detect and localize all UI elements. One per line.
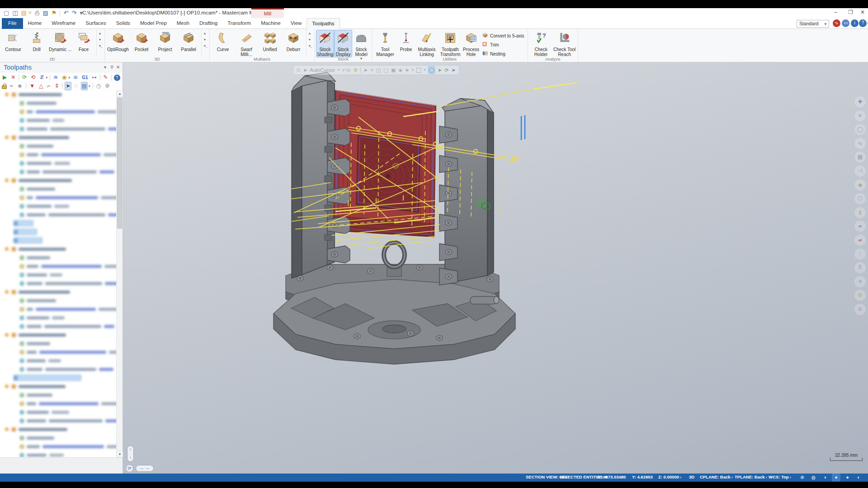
trim-button[interactable]: Trim — [482, 41, 524, 48]
select-dimensions-mask-icon[interactable]: ⊣ — [854, 165, 866, 177]
select-all-mask-icon[interactable]: ✚ — [854, 96, 866, 108]
toolbar-style-combo[interactable]: Standard ▼ — [797, 20, 829, 28]
select-surfaces-mask-icon[interactable]: ◆ — [854, 179, 866, 191]
simulator-button[interactable]: ≌ — [72, 73, 79, 82]
refresh-select-icon[interactable]: ⟳ — [445, 66, 449, 75]
toolpath-tree-row[interactable] — [0, 176, 117, 185]
backplot-button[interactable]: ≋ — [52, 73, 59, 82]
toolpath-tree-row[interactable] — [0, 142, 117, 150]
deburr-button[interactable]: Deburr — [282, 30, 305, 53]
autocursor-label[interactable]: AutoCursor — [310, 67, 335, 73]
select-all-operations-button[interactable]: ▶ — [2, 73, 8, 82]
toolpath-tree-row[interactable] — [0, 168, 117, 176]
toolpath-tree[interactable] — [0, 90, 117, 457]
chevron-down-icon[interactable]: ▾ — [46, 76, 47, 80]
toolpath-tree-row[interactable] — [0, 408, 117, 417]
pan-horizontal-gadget[interactable]: ← → — [136, 465, 154, 472]
lock-operations-button[interactable] — [2, 85, 7, 89]
selection-mode-active-icon[interactable]: ◯ — [428, 66, 435, 74]
edit-settings-button[interactable]: ⚙ — [104, 82, 111, 90]
context-tab-mill[interactable]: Mill — [251, 8, 284, 18]
tree-scrollbar[interactable]: ▲ ▼ — [116, 90, 123, 457]
save-button[interactable]: ◫ — [12, 9, 18, 17]
stock-shading-button[interactable]: Stock Shading — [316, 30, 334, 57]
select-labels-mask-icon[interactable]: ⫶ — [854, 248, 866, 260]
disable-mask-icon[interactable]: ⊘ — [854, 303, 866, 315]
select-grid-mask-icon[interactable]: ⠿ — [854, 262, 866, 274]
toolpath-tree-row[interactable] — [0, 150, 117, 159]
single-select-button[interactable]: ➤ — [65, 82, 71, 90]
toolpath-tree-row[interactable] — [0, 99, 117, 108]
toolpath-tree-row[interactable] — [0, 236, 117, 245]
shaded-display-icon[interactable]: ● — [832, 474, 840, 482]
select-bodies-mask-icon[interactable]: ▰ — [854, 234, 866, 246]
toolpath-tree-row[interactable] — [0, 382, 117, 391]
select-wireframe-mask-icon[interactable]: ▦ — [854, 151, 866, 163]
scrollbar-thumb[interactable] — [117, 98, 122, 229]
tab-view[interactable]: View — [286, 18, 307, 29]
tab-solids[interactable]: Solids — [111, 18, 135, 29]
select-arcs-mask-icon[interactable]: ◯ — [854, 123, 866, 136]
toolpath-tree-row[interactable] — [0, 305, 117, 314]
move-insert-up-button[interactable]: △ — [38, 82, 44, 90]
move-insert-down-button[interactable]: ▼ — [28, 82, 36, 90]
toolpath-transform-button[interactable]: Toolpath Transform — [439, 30, 462, 57]
verify-button[interactable]: ◉ — [61, 73, 67, 82]
toolpath-tree-row[interactable] — [0, 442, 117, 451]
toggle-toolpath-display-button[interactable]: ≈ — [9, 82, 14, 90]
toolpath-tree-row[interactable] — [0, 374, 117, 382]
process-hole-button[interactable]: Process Hole — [462, 30, 480, 57]
toolpath-tree-row[interactable] — [0, 391, 117, 399]
tab-model-prep[interactable]: Model Prep — [135, 18, 172, 29]
select-planes-mask-icon[interactable]: ▰ — [854, 220, 866, 232]
toolpath-tree-row[interactable] — [0, 357, 117, 365]
close-button[interactable]: ✕ — [860, 9, 865, 15]
project-button[interactable]: Project — [153, 30, 177, 53]
toolpath-tree-row[interactable] — [0, 399, 117, 408]
toolpath-tree-row[interactable] — [0, 116, 117, 125]
stock-display-button[interactable]: Stock Display — [334, 30, 352, 57]
toolpath-tree-row[interactable] — [0, 348, 117, 357]
scroll-up-icon[interactable]: ▲ — [117, 90, 123, 97]
toolpath-tree-row[interactable] — [0, 125, 117, 133]
select-mesh-mask-icon[interactable]: ⬡ — [854, 192, 866, 205]
toolpath-help-button[interactable]: ? — [114, 75, 120, 81]
drill-button[interactable]: Drill — [25, 30, 48, 53]
tab-mesh[interactable]: Mesh — [172, 18, 194, 29]
optirough-button[interactable]: OptiRough — [106, 30, 130, 53]
save-some-button[interactable]: ▨ — [43, 9, 48, 17]
toolpath-tree-row[interactable] — [0, 365, 117, 374]
gallery-scroll-strip[interactable]: ▲▼▼̲ — [96, 30, 103, 56]
chevron-down-icon[interactable]: ▾ — [412, 66, 414, 75]
select-splines-mask-icon[interactable]: ∿ — [854, 137, 866, 150]
redo-button[interactable]: ↷ — [71, 9, 76, 17]
toolpath-tree-row[interactable] — [0, 271, 117, 279]
settings-mask-icon[interactable]: ⚙ — [854, 289, 866, 301]
regen-all-button[interactable]: ⇵ — [38, 73, 45, 82]
tab-toolpaths[interactable]: Toolpaths — [307, 18, 340, 29]
toolpath-tree-row[interactable] — [0, 228, 117, 236]
select-only-mask-icon[interactable]: ✕ — [854, 110, 866, 122]
autocursor-selection-bar[interactable]: ⚿ ➤ AutoCursor ▾ x⁺yz ⚙ ➤ ◓ ◫ ▢ ▣ ◈ ➤ ▾ … — [293, 65, 459, 75]
screenshot-button[interactable]: ⚑ — [52, 9, 57, 17]
toolpath-tree-row[interactable] — [0, 193, 117, 202]
toolpath-tree-row[interactable] — [0, 296, 117, 305]
multiaxis-linking-button[interactable]: Multiaxis Linking — [415, 30, 439, 57]
toolpath-tree-row[interactable] — [0, 185, 117, 193]
graphics-viewport[interactable]: ⚿ ➤ AutoCursor ▾ x⁺yz ⚙ ➤ ◓ ◫ ▢ ▣ ◈ ➤ ▾ … — [123, 62, 868, 474]
toolpath-tree-row[interactable] — [0, 314, 117, 322]
toolpath-tree-row[interactable] — [0, 159, 117, 168]
scroll-insert-button[interactable]: ⇕ — [53, 82, 60, 90]
status-field[interactable]: WCS: Top ▾ — [769, 474, 791, 479]
chevron-down-icon[interactable]: ▾ — [424, 66, 425, 75]
lock-icon[interactable]: ⚿ — [297, 66, 300, 75]
toolpath-tree-row[interactable] — [0, 279, 117, 288]
toolpath-tree-row[interactable] — [0, 253, 117, 262]
print-button[interactable]: ⎙ — [35, 9, 39, 17]
select-solids-mask-icon[interactable]: ▮ — [854, 206, 866, 219]
dynamic-button[interactable]: Dynamic ... — [48, 30, 72, 53]
tab-machine[interactable]: Machine — [256, 18, 285, 29]
panel-pin-icon[interactable]: ⚲ — [110, 65, 113, 70]
toolpath-tree-row[interactable] — [0, 322, 117, 331]
convert-to-5-axis-button[interactable]: Convert to 5-axis — [482, 32, 524, 39]
